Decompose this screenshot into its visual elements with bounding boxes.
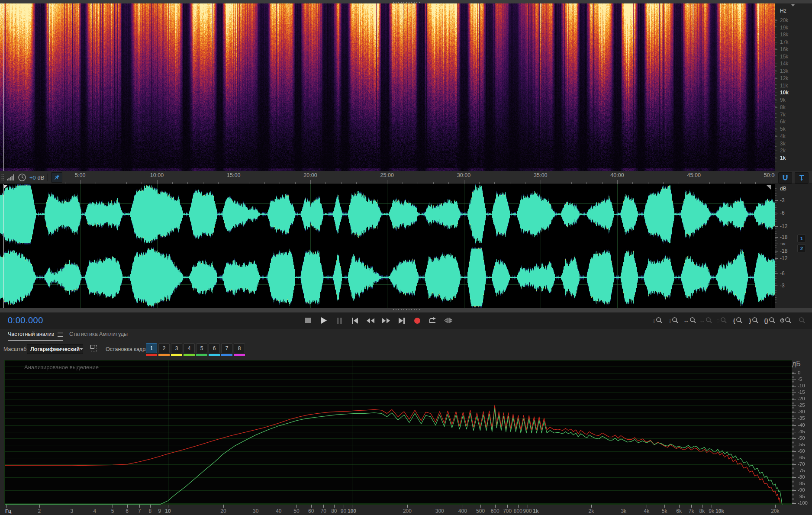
hz-tick xyxy=(775,144,777,144)
plot-freq-tick xyxy=(712,505,712,508)
plot-freq-tick-label: 60 xyxy=(308,508,314,514)
go-to-end-button[interactable] xyxy=(396,315,407,326)
gain-unit: dB xyxy=(37,174,44,181)
fast-forward-button[interactable] xyxy=(380,315,392,326)
levels-meter-icon[interactable] xyxy=(7,174,15,180)
skip-selection-button[interactable] xyxy=(442,315,454,326)
frequency-plot[interactable]: Анализированое выделение xyxy=(4,360,792,505)
hold-button-8[interactable]: 8 xyxy=(234,343,245,353)
time-tick xyxy=(617,180,618,184)
time-label: 15:00 xyxy=(227,172,240,178)
scale-value: Логарифмический xyxy=(30,346,80,352)
plot-db-tick xyxy=(792,484,796,484)
plot-db-tick-label: 0 xyxy=(798,370,800,375)
marker-button[interactable] xyxy=(795,172,809,183)
zoom-out-amplitude-button[interactable]: ↕ xyxy=(667,315,680,326)
plot-x-axis-title: Гц xyxy=(5,508,11,514)
plot-freq-tick xyxy=(334,505,335,508)
plot-db-tick-label: -10 xyxy=(798,383,805,388)
copy-graph-icon[interactable] xyxy=(91,345,97,351)
plot-y-axis-title: дБ xyxy=(792,360,812,368)
drag-handle-icon[interactable] xyxy=(392,309,420,312)
go-to-start-button[interactable] xyxy=(349,315,361,326)
hz-tick xyxy=(775,115,777,115)
plot-db-tick-label: -65 xyxy=(798,455,805,460)
zoom-full-button[interactable] xyxy=(796,315,808,326)
clock-icon[interactable] xyxy=(18,173,26,182)
channel-badge-2[interactable]: 2 xyxy=(797,245,806,252)
tab-frequency-analysis[interactable]: Частотный анализ xyxy=(8,331,63,341)
plot-freq-tick-label: 8k xyxy=(699,508,705,514)
waveform-view[interactable] xyxy=(0,184,775,308)
hz-tick-label: 9k xyxy=(780,97,786,103)
zoom-reset-button[interactable]: ◌ xyxy=(715,315,728,326)
rewind-button[interactable] xyxy=(364,315,376,326)
scale-dropdown[interactable]: Логарифмический xyxy=(27,344,83,354)
plot-db-ruler: дБ 0-5-10-15-20-25-30-35-40-45-50-55-60-… xyxy=(792,360,812,505)
spectrogram-frequency-ruler[interactable]: Hz 20k19k18k17k16k15k14k13k12k11k10k9k8k… xyxy=(775,3,812,171)
play-button[interactable] xyxy=(318,315,329,326)
plot-db-tick-label: -15 xyxy=(798,389,805,395)
plot-freq-tick-label: 20k xyxy=(771,508,779,514)
pause-button[interactable] xyxy=(333,315,345,326)
hold-button-1[interactable]: 1 xyxy=(146,343,157,353)
plot-freq-tick xyxy=(352,505,352,508)
spectrogram-view[interactable] xyxy=(0,3,775,171)
drag-handle-icon[interactable] xyxy=(392,0,420,3)
plot-freq-tick xyxy=(279,505,279,508)
db-tick-label: -3 xyxy=(780,197,785,203)
plot-freq-tick xyxy=(323,505,324,508)
zoom-in-time-button[interactable]: ↔ xyxy=(683,315,696,326)
panel-grip-icon[interactable] xyxy=(1,174,4,181)
hold-button-6[interactable]: 6 xyxy=(209,343,220,353)
plot-freq-tick xyxy=(518,505,519,508)
zoom-timed-button[interactable]: ⏱ xyxy=(780,315,792,326)
analysis-panel-tabs: Частотный анализ Статистика Амплитуды xyxy=(0,329,812,342)
zoom-in-at-out-point-button[interactable]: } xyxy=(748,315,760,326)
hz-tick xyxy=(775,129,777,129)
plot-freq-tick-label: 30 xyxy=(253,508,258,514)
timeline-toolbar: +0 dB 5:0010:0015:0020:0025:0030:0035:00… xyxy=(0,171,812,184)
time-ruler[interactable]: 5:0010:0015:0020:0025:0030:0035:0040:004… xyxy=(56,171,775,184)
zoom-in-amplitude-button[interactable]: ↕ xyxy=(651,315,664,326)
hz-tick-label: 5k xyxy=(780,126,786,132)
loop-playback-button[interactable] xyxy=(427,315,438,326)
time-tick xyxy=(694,180,694,184)
plot-frequency-axis: Гц 2345678910203040506070809010020030040… xyxy=(0,505,812,515)
plot-db-tick-label: -35 xyxy=(798,415,805,421)
waveform-corner-handle-right[interactable] xyxy=(766,185,771,190)
plot-db-tick-label: -55 xyxy=(798,442,805,447)
panel-divider-top[interactable] xyxy=(0,0,812,3)
plot-freq-tick xyxy=(39,505,40,508)
panel-menu-icon[interactable] xyxy=(791,4,795,6)
plot-freq-tick-label: 8 xyxy=(148,508,151,514)
tab-amplitude-statistics[interactable]: Статистика Амплитуды xyxy=(69,331,128,340)
hold-button-4[interactable]: 4 xyxy=(184,343,195,353)
waveform-corner-handle-left[interactable] xyxy=(3,185,8,189)
hold-button-5[interactable]: 5 xyxy=(196,343,207,353)
hz-tick xyxy=(775,107,777,108)
gain-value[interactable]: +0 xyxy=(29,174,36,181)
gain-control[interactable]: +0 dB xyxy=(29,174,44,181)
panel-divider-middle[interactable] xyxy=(0,308,812,312)
hold-button-7[interactable]: 7 xyxy=(221,343,232,353)
zoom-in-at-in-point-button[interactable]: { xyxy=(731,315,744,326)
zoom-out-time-button[interactable]: ↔ xyxy=(699,315,712,326)
time-label: 25:00 xyxy=(380,172,394,178)
zoom-to-selection-button[interactable]: {} xyxy=(764,315,776,326)
panel-menu-icon[interactable] xyxy=(58,332,63,337)
record-button[interactable] xyxy=(411,315,423,326)
hz-tick xyxy=(775,57,777,57)
plot-freq-tick xyxy=(591,505,592,508)
hz-tick-label: 11k xyxy=(780,83,788,89)
plot-db-tick xyxy=(792,386,796,386)
frequency-plot-canvas[interactable] xyxy=(4,360,792,505)
playhead-time-display[interactable]: 0:00.000 xyxy=(8,315,43,325)
channel-badge-1[interactable]: 1 xyxy=(797,235,806,242)
hz-tick-label: 3k xyxy=(780,141,786,147)
waveform-amplitude-ruler[interactable]: dB -3-6-12-18-∞-18-12-6-3 12 xyxy=(775,184,812,308)
snap-button[interactable] xyxy=(778,172,792,183)
hold-button-2[interactable]: 2 xyxy=(158,343,170,353)
hold-button-3[interactable]: 3 xyxy=(171,343,182,353)
stop-button[interactable] xyxy=(302,315,314,326)
